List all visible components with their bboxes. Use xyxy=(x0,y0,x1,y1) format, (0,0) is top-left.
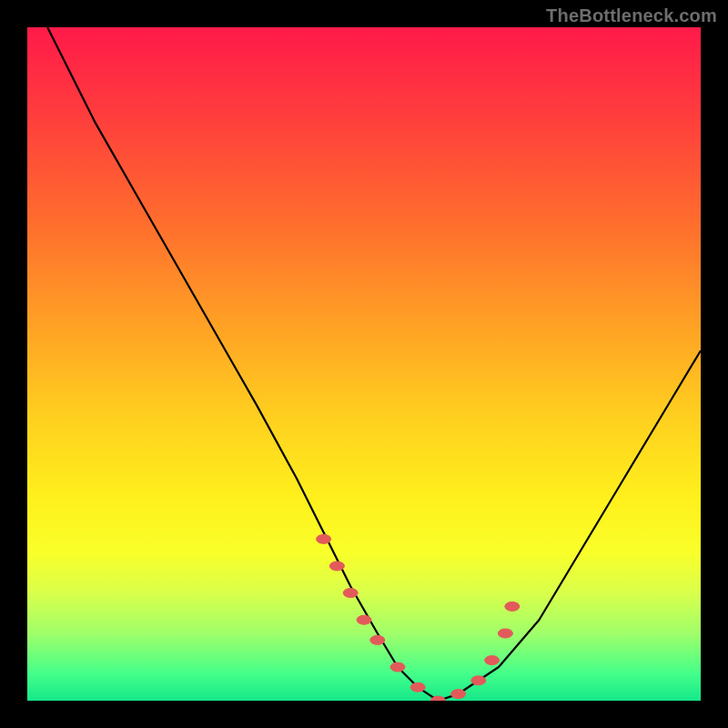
watermark-text: TheBottleneck.com xyxy=(546,5,717,26)
highlight-dot xyxy=(390,662,405,672)
highlight-dot xyxy=(317,534,331,543)
highlight-dot xyxy=(410,682,425,692)
plot-area xyxy=(27,27,701,701)
highlight-dot xyxy=(343,589,358,598)
highlight-dot xyxy=(505,602,520,611)
highlight-dot xyxy=(329,561,344,571)
highlight-dot xyxy=(451,690,466,699)
curve-svg xyxy=(27,27,701,701)
highlight-dot xyxy=(471,676,486,685)
chart-stage: TheBottleneck.com xyxy=(0,0,728,728)
highlight-dot xyxy=(370,635,385,644)
bottleneck-curve xyxy=(47,27,701,701)
highlight-dot xyxy=(357,615,371,624)
highlight-dot xyxy=(498,629,512,638)
highlight-markers xyxy=(317,534,520,701)
highlight-dot xyxy=(485,656,500,665)
